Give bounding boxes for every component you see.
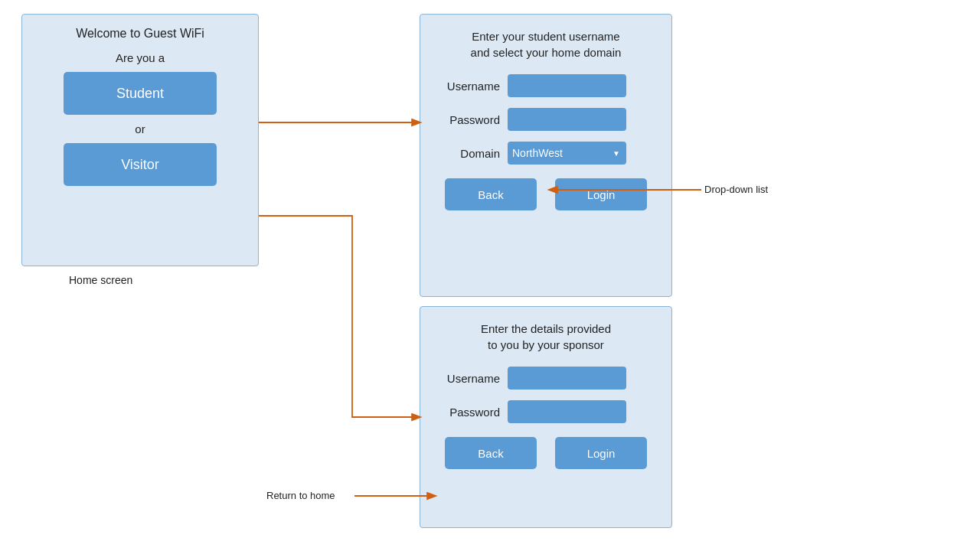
visitor-back-button[interactable]: Back xyxy=(445,437,537,469)
home-caption: Home screen xyxy=(69,274,132,286)
home-panel-title: Welcome to Guest WiFi xyxy=(76,27,204,41)
student-username-label: Username xyxy=(437,80,500,93)
student-button[interactable]: Student xyxy=(64,72,217,115)
student-username-row: Username xyxy=(437,74,655,97)
student-login-button[interactable]: Login xyxy=(555,178,647,210)
visitor-password-input[interactable] xyxy=(508,400,626,423)
student-password-row: Password xyxy=(437,108,655,131)
home-panel: Welcome to Guest WiFi Are you a Student … xyxy=(21,14,259,266)
visitor-username-row: Username xyxy=(437,367,655,390)
are-you-label: Are you a xyxy=(116,51,165,64)
student-back-button[interactable]: Back xyxy=(445,178,537,210)
diagram-container: Welcome to Guest WiFi Are you a Student … xyxy=(0,0,980,551)
or-label: or xyxy=(135,122,145,135)
student-panel-header: Enter your student usernameand select yo… xyxy=(437,28,655,60)
visitor-button-row: Back Login xyxy=(437,437,655,469)
visitor-panel: Enter the details providedto you by your… xyxy=(420,306,672,528)
visitor-login-button[interactable]: Login xyxy=(555,437,647,469)
return-home-annotation: Return to home xyxy=(266,490,335,501)
student-password-input[interactable] xyxy=(508,108,626,131)
student-username-input[interactable] xyxy=(508,74,626,97)
student-domain-label: Domain xyxy=(437,147,500,160)
dropdown-annotation: Drop-down list xyxy=(704,184,768,195)
visitor-username-input[interactable] xyxy=(508,367,626,390)
visitor-password-row: Password xyxy=(437,400,655,423)
visitor-password-label: Password xyxy=(437,406,500,419)
student-panel: Enter your student usernameand select yo… xyxy=(420,14,672,297)
visitor-panel-header: Enter the details providedto you by your… xyxy=(437,321,655,353)
domain-select[interactable]: NorthWest SouthEast EastMid WestPark xyxy=(508,142,626,165)
student-domain-row: Domain NorthWest SouthEast EastMid WestP… xyxy=(437,142,655,165)
visitor-username-label: Username xyxy=(437,372,500,385)
visitor-button[interactable]: Visitor xyxy=(64,143,217,186)
student-password-label: Password xyxy=(437,113,500,126)
domain-select-wrapper: NorthWest SouthEast EastMid WestPark xyxy=(508,142,626,165)
student-button-row: Back Login xyxy=(437,178,655,210)
